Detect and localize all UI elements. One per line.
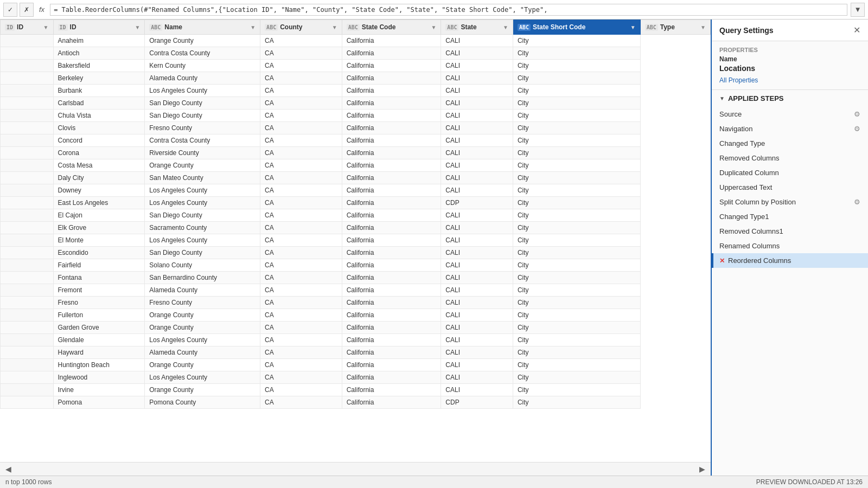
cell-state_short_code: CALI <box>441 359 513 371</box>
table-row[interactable]: Huntington BeachOrange CountyCACaliforni… <box>1 359 711 371</box>
table-row[interactable]: FremontAlameda CountyCACaliforniaCALICit… <box>1 284 711 297</box>
table-row[interactable]: BakersfieldKern CountyCACaliforniaCALICi… <box>1 60 711 72</box>
step-label: Source <box>719 110 742 118</box>
cell-county: Contra Costa County <box>145 47 260 60</box>
table-row[interactable]: InglewoodLos Angeles CountyCACaliforniaC… <box>1 371 711 384</box>
data-table-wrapper[interactable]: IDID▼IDID▼ABCName▼ABCCounty▼ABCState Cod… <box>0 20 711 462</box>
step-gear-icon[interactable]: ⚙ <box>854 125 860 133</box>
cell-state_short_code: CALI <box>441 371 513 384</box>
step-uppercased_text[interactable]: Uppercased Text <box>712 180 868 195</box>
row-number <box>1 159 54 172</box>
step-label: Split Column by Position <box>719 198 796 206</box>
cell-county: Fresno County <box>145 122 260 134</box>
cell-name: East Los Angeles <box>53 197 145 209</box>
panel-title: Query Settings <box>719 26 774 35</box>
table-row[interactable]: FontanaSan Bernardino CountyCACalifornia… <box>1 272 711 284</box>
table-row[interactable]: HaywardAlameda CountyCACaliforniaCALICit… <box>1 346 711 359</box>
table-row[interactable]: IrvineOrange CountyCACaliforniaCALICity <box>1 384 711 396</box>
step-reordered_columns[interactable]: ✕Reordered Columns <box>712 253 868 268</box>
cell-name: Chula Vista <box>53 110 145 122</box>
table-row[interactable]: FullertonOrange CountyCACaliforniaCALICi… <box>1 309 711 322</box>
scroll-left[interactable]: ◀ <box>2 464 15 474</box>
cell-state_short_code: CALI <box>441 85 513 97</box>
cell-state_code: CA <box>260 60 342 72</box>
step-removed_columns[interactable]: Removed Columns <box>712 151 868 165</box>
cell-state_short_code: CALI <box>441 47 513 60</box>
cell-type: City <box>513 159 640 172</box>
row-number <box>1 359 54 371</box>
cell-type: City <box>513 222 640 234</box>
cancel-button[interactable]: ✗ <box>20 3 34 17</box>
table-row[interactable]: CoronaRiverside CountyCACaliforniaCALICi… <box>1 147 711 159</box>
row-number <box>1 122 54 134</box>
step-changed_type1[interactable]: Changed Type1 <box>712 209 868 224</box>
cell-county: Kern County <box>145 60 260 72</box>
table-row[interactable]: DowneyLos Angeles CountyCACaliforniaCALI… <box>1 184 711 197</box>
table-row[interactable]: PomonaPomona CountyCACaliforniaCDPCity <box>1 396 711 409</box>
table-row[interactable]: EscondidoSan Diego CountyCACaliforniaCAL… <box>1 247 711 259</box>
table-row[interactable]: El CajonSan Diego CountyCACaliforniaCALI… <box>1 209 711 222</box>
table-row[interactable]: ClovisFresno CountyCACaliforniaCALICity <box>1 122 711 134</box>
cell-state: California <box>342 110 441 122</box>
cell-state: California <box>342 209 441 222</box>
cell-type: City <box>513 60 640 72</box>
step-renamed_columns[interactable]: Renamed Columns <box>712 239 868 253</box>
table-row[interactable]: Costa MesaOrange CountyCACaliforniaCALIC… <box>1 159 711 172</box>
table-row[interactable]: BerkeleyAlameda CountyCACaliforniaCALICi… <box>1 72 711 85</box>
step-gear-icon[interactable]: ⚙ <box>854 110 860 118</box>
step-source[interactable]: Source⚙ <box>712 107 868 121</box>
row-number <box>1 334 54 346</box>
cell-state_short_code: CALI <box>441 234 513 247</box>
cell-state: California <box>342 259 441 272</box>
cell-state_short_code: CALI <box>441 297 513 309</box>
table-row[interactable]: El MonteLos Angeles CountyCACaliforniaCA… <box>1 234 711 247</box>
cell-county: Orange County <box>145 35 260 47</box>
scroll-right[interactable]: ▶ <box>696 464 709 474</box>
cell-state_code: CA <box>260 134 342 147</box>
table-row[interactable]: East Los AngelesLos Angeles CountyCACali… <box>1 197 711 209</box>
table-body: AnaheimOrange CountyCACaliforniaCALICity… <box>1 35 711 409</box>
step-removed_columns1[interactable]: Removed Columns1 <box>712 224 868 239</box>
row-number <box>1 371 54 384</box>
all-properties-link[interactable]: All Properties <box>719 76 758 84</box>
table-row[interactable]: Elk GroveSacramento CountyCACaliforniaCA… <box>1 222 711 234</box>
table-row[interactable]: CarlsbadSan Diego CountyCACaliforniaCALI… <box>1 97 711 110</box>
cell-state: California <box>342 384 441 396</box>
table-row[interactable]: FresnoFresno CountyCACaliforniaCALICity <box>1 297 711 309</box>
step-navigation[interactable]: Navigation⚙ <box>712 121 868 136</box>
confirm-button[interactable]: ✓ <box>3 3 17 17</box>
cell-name: Antioch <box>53 47 145 60</box>
table-row[interactable]: GlendaleLos Angeles CountyCACaliforniaCA… <box>1 334 711 346</box>
cell-state: California <box>342 72 441 85</box>
cell-county: Riverside County <box>145 147 260 159</box>
data-table: IDID▼IDID▼ABCName▼ABCCounty▼ABCState Cod… <box>0 20 711 409</box>
table-row[interactable]: BurbankLos Angeles CountyCACaliforniaCAL… <box>1 85 711 97</box>
close-panel-button[interactable]: ✕ <box>853 25 860 35</box>
cell-type: City <box>513 346 640 359</box>
expand-formula-button[interactable]: ▼ <box>851 3 865 17</box>
cell-name: Bakersfield <box>53 60 145 72</box>
step-split_column_by_position[interactable]: Split Column by Position⚙ <box>712 195 868 209</box>
panel-scroll[interactable]: PROPERTIES Name Locations All Properties… <box>712 41 868 476</box>
step-gear-icon[interactable]: ⚙ <box>854 198 860 206</box>
cell-county: Orange County <box>145 309 260 322</box>
panel-header: Query Settings ✕ <box>712 20 868 41</box>
table-row[interactable]: FairfieldSolano CountyCACaliforniaCALICi… <box>1 259 711 272</box>
step-label: Changed Type1 <box>719 213 769 221</box>
cell-name: Costa Mesa <box>53 159 145 172</box>
formula-input[interactable] <box>50 4 847 16</box>
table-row[interactable]: Daly CitySan Mateo CountyCACaliforniaCAL… <box>1 172 711 184</box>
cell-name: Huntington Beach <box>53 359 145 371</box>
table-row[interactable]: ConcordContra Costa CountyCACaliforniaCA… <box>1 134 711 147</box>
table-row[interactable]: AnaheimOrange CountyCACaliforniaCALICity <box>1 35 711 47</box>
table-row[interactable]: Garden GroveOrange CountyCACaliforniaCAL… <box>1 322 711 334</box>
cell-state: California <box>342 97 441 110</box>
cell-county: Alameda County <box>145 72 260 85</box>
table-row[interactable]: AntiochContra Costa CountyCACaliforniaCA… <box>1 47 711 60</box>
collapse-arrow[interactable]: ▼ <box>719 95 725 101</box>
table-row[interactable]: Chula VistaSan Diego CountyCACaliforniaC… <box>1 110 711 122</box>
cell-state_code: CA <box>260 272 342 284</box>
row-number <box>1 322 54 334</box>
step-changed_type[interactable]: Changed Type <box>712 136 868 151</box>
step-duplicated_column[interactable]: Duplicated Column <box>712 165 868 180</box>
